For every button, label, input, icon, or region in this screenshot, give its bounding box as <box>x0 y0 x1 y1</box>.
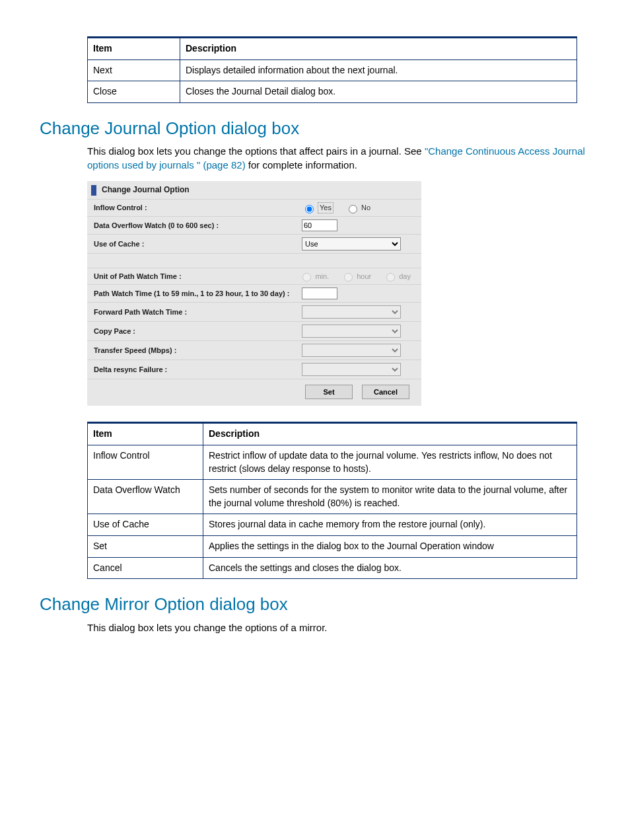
cache-label: Use of Cache : <box>94 239 302 249</box>
section2-intro: This dialog box lets you change the opti… <box>87 621 590 634</box>
th-desc: Description <box>203 423 577 445</box>
table-row: Data Overflow WatchSets number of second… <box>88 480 577 514</box>
delta-label: Delta resync Failure : <box>94 365 302 375</box>
table-row: Use of CacheStores journal data in cache… <box>88 514 577 536</box>
item-description-table-1: Item Description Next Displays detailed … <box>87 36 577 103</box>
unit-hour-radio[interactable]: hour <box>341 271 371 282</box>
pathwatch-input[interactable] <box>302 287 337 299</box>
overflow-label: Data Overflow Watch (0 to 600 sec) : <box>94 221 302 231</box>
section-heading-change-journal: Change Journal Option dialog box <box>40 116 590 140</box>
dialog-title: Change Journal Option <box>102 184 190 196</box>
delta-select[interactable] <box>302 363 401 376</box>
item-description-table-2: Item Description Inflow ControlRestrict … <box>87 422 577 579</box>
table-row: Next Displays detailed information about… <box>88 59 577 81</box>
change-journal-option-dialog: Change Journal Option Inflow Control : Y… <box>87 181 421 406</box>
unit-label: Unit of Path Watch Time : <box>94 272 299 282</box>
inflow-no-radio[interactable]: No <box>345 203 370 213</box>
dialog-title-bar: Change Journal Option <box>87 181 421 199</box>
copy-select[interactable] <box>302 325 401 338</box>
section-intro: This dialog box lets you change the opti… <box>87 144 590 172</box>
overflow-input[interactable] <box>302 219 337 231</box>
cancel-button[interactable]: Cancel <box>362 385 409 399</box>
copy-label: Copy Pace : <box>94 326 302 336</box>
table-row: CancelCancels the settings and closes th… <box>88 557 577 579</box>
fwd-label: Forward Path Watch Time : <box>94 307 302 317</box>
inflow-yes-radio[interactable]: Yes <box>302 202 333 213</box>
title-marker-icon <box>91 185 96 196</box>
cache-select[interactable]: Use <box>302 237 401 250</box>
th-desc: Description <box>180 38 577 60</box>
speed-select[interactable] <box>302 344 401 357</box>
table-row: Inflow ControlRestrict inflow of update … <box>88 445 577 479</box>
th-item: Item <box>88 38 180 60</box>
table-row: Close Closes the Journal Detail dialog b… <box>88 81 577 103</box>
pathwatch-label: Path Watch Time (1 to 59 min., 1 to 23 h… <box>94 289 302 299</box>
speed-label: Transfer Speed (Mbps) : <box>94 346 302 356</box>
unit-day-radio[interactable]: day <box>383 271 411 282</box>
section-heading-change-mirror: Change Mirror Option dialog box <box>40 592 590 616</box>
inflow-control-label: Inflow Control : <box>94 203 302 213</box>
set-button[interactable]: Set <box>305 385 353 399</box>
fwd-select[interactable] <box>302 305 401 319</box>
table-row: SetApplies the settings in the dialog bo… <box>88 535 577 557</box>
unit-min-radio[interactable]: min. <box>299 271 329 282</box>
th-item: Item <box>88 423 203 445</box>
